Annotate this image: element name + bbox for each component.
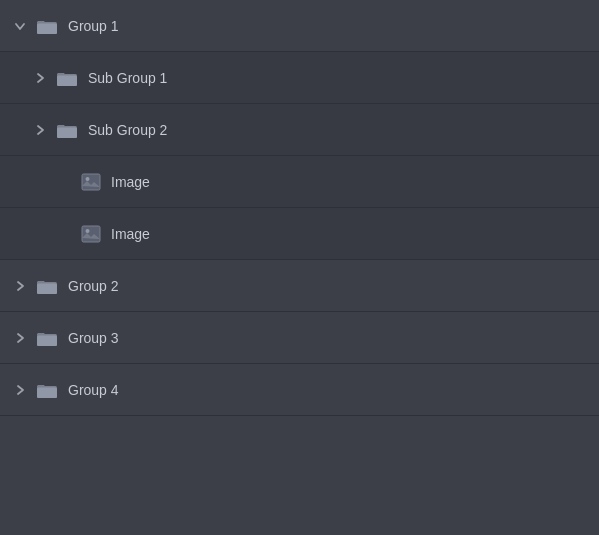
folder-icon — [36, 329, 58, 347]
tree-row-group1[interactable]: Group 1 — [0, 0, 599, 52]
chevron-icon[interactable] — [10, 328, 30, 348]
svg-rect-5 — [57, 127, 77, 138]
tree-row-image1[interactable]: Image — [0, 156, 599, 208]
svg-rect-6 — [82, 174, 100, 190]
svg-rect-8 — [82, 226, 100, 242]
chevron-icon[interactable] — [10, 380, 30, 400]
tree-row-image2[interactable]: Image — [0, 208, 599, 260]
svg-rect-11 — [37, 283, 57, 294]
folder-icon — [36, 17, 58, 35]
svg-rect-13 — [37, 335, 57, 346]
tree-row-subgroup2[interactable]: Sub Group 2 — [0, 104, 599, 156]
row-label-group3: Group 3 — [68, 330, 119, 346]
svg-rect-3 — [57, 75, 77, 86]
row-label-image2: Image — [111, 226, 150, 242]
folder-icon — [56, 69, 78, 87]
folder-icon — [56, 121, 78, 139]
chevron-icon[interactable] — [10, 276, 30, 296]
svg-rect-15 — [37, 387, 57, 398]
chevron-icon[interactable] — [30, 68, 50, 88]
image-icon — [81, 172, 101, 192]
tree-row-group4[interactable]: Group 4 — [0, 364, 599, 416]
tree-container: Group 1 Sub Group 1 Sub Group 2 Image Im… — [0, 0, 599, 535]
tree-row-group3[interactable]: Group 3 — [0, 312, 599, 364]
row-label-image1: Image — [111, 174, 150, 190]
tree-row-group2[interactable]: Group 2 — [0, 260, 599, 312]
folder-icon — [36, 381, 58, 399]
svg-point-7 — [86, 177, 90, 181]
row-label-group2: Group 2 — [68, 278, 119, 294]
row-label-group1: Group 1 — [68, 18, 119, 34]
image-icon — [81, 224, 101, 244]
svg-rect-1 — [37, 23, 57, 34]
row-label-group4: Group 4 — [68, 382, 119, 398]
chevron-icon[interactable] — [10, 16, 30, 36]
row-label-subgroup2: Sub Group 2 — [88, 122, 167, 138]
chevron-icon[interactable] — [30, 120, 50, 140]
svg-point-9 — [86, 229, 90, 233]
row-label-subgroup1: Sub Group 1 — [88, 70, 167, 86]
tree-row-subgroup1[interactable]: Sub Group 1 — [0, 52, 599, 104]
folder-icon — [36, 277, 58, 295]
